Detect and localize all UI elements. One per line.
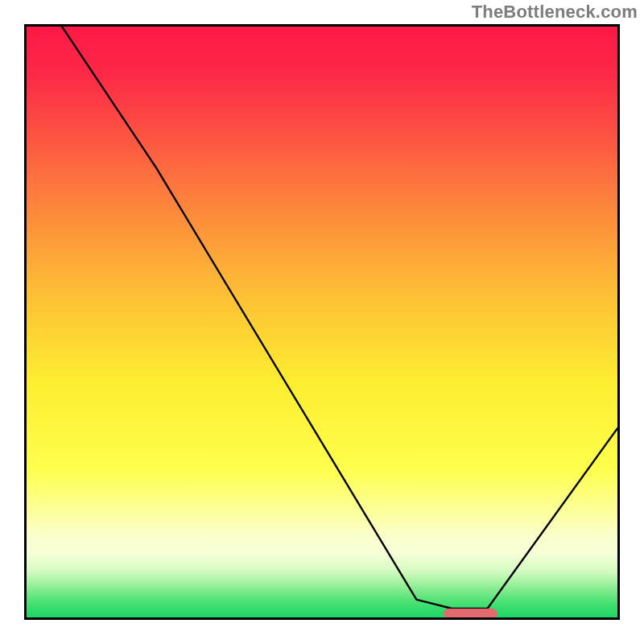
chart-stage: TheBottleneck.com xyxy=(0,0,644,644)
gradient-background xyxy=(27,27,617,617)
plot-area xyxy=(24,24,620,620)
watermark-text: TheBottleneck.com xyxy=(472,2,638,23)
plot-svg xyxy=(27,27,617,617)
